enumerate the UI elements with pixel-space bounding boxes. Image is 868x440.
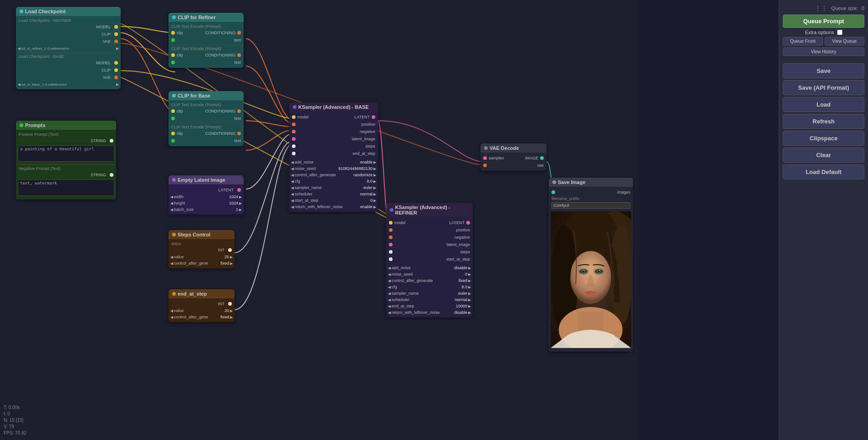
height-right[interactable]: ▶	[239, 201, 242, 205]
width-left[interactable]: ◀	[170, 195, 173, 199]
steps-ctrl-left[interactable]: ◀	[170, 261, 173, 266]
save-api-button[interactable]: Save (API Format)	[783, 80, 864, 95]
model-label2: MODEL	[19, 61, 112, 65]
endstep-val: 20	[189, 308, 229, 313]
model-port-out2	[114, 61, 118, 65]
clear-button[interactable]: Clear	[783, 148, 864, 163]
queue-front-button[interactable]: Queue Front	[783, 37, 823, 46]
latent-port-out	[237, 188, 241, 192]
kref-cfg-lbl: cfg	[392, 285, 460, 289]
conditioning-out2: CONDITIONING	[205, 53, 236, 57]
height-left[interactable]: ◀	[170, 201, 173, 205]
negative-text-input[interactable]: text, watermark	[18, 179, 114, 196]
node-latent-image[interactable]: Empty Latent Image LATENT ◀ width 1024 ▶…	[168, 175, 244, 215]
kbase-return-lbl: return_with_leftover_noise	[295, 205, 359, 209]
kref-model-in	[389, 221, 393, 225]
queue-prompt-button[interactable]: Queue Prompt	[783, 15, 864, 28]
clipspace-button[interactable]: Clipspace	[783, 131, 864, 146]
text-in2	[171, 61, 175, 64]
endstep-ctrl-right[interactable]: ▶	[230, 315, 233, 319]
vae-image-out	[540, 156, 544, 160]
endstep-ctrl-val: fixed	[220, 315, 229, 319]
extra-options-checkbox[interactable]	[837, 30, 842, 35]
save-image-title: Save Image	[558, 179, 586, 185]
steps-val-right[interactable]: ▶	[230, 255, 233, 259]
kref-start-in	[389, 257, 393, 261]
kbase-addnoise-val: enable	[360, 160, 373, 164]
vae-label: VAE	[19, 39, 112, 44]
endstep-ctrl-left[interactable]: ◀	[170, 315, 173, 319]
clip-base-in2	[171, 132, 175, 135]
positive-text-input[interactable]: a painting of a beautiful girl	[18, 145, 114, 162]
width-label: width	[174, 194, 190, 199]
batch-label: batch_size	[174, 207, 190, 212]
load-button[interactable]: Load	[783, 97, 864, 112]
kbase-pos-in	[292, 123, 296, 126]
kbase-seed-val: 910824496882130	[338, 166, 373, 171]
view-history-button[interactable]: View History	[783, 47, 864, 56]
node-vae-decode[interactable]: VAE Decode samples IMAGE vae	[480, 143, 546, 171]
clip-base-text1: clip	[177, 109, 205, 113]
vae-samples-lbl: samples	[489, 156, 525, 160]
batch-left[interactable]: ◀	[170, 208, 173, 212]
kref-cfg-val: 8.0	[461, 285, 467, 289]
kref-addnoise-val: disable	[454, 266, 467, 270]
text-base-in1	[171, 117, 175, 120]
save-button[interactable]: Save	[783, 63, 864, 78]
width-value: 1024	[191, 194, 238, 199]
int-label: INT	[171, 248, 226, 252]
steps-ctrl-right[interactable]: ▶	[230, 261, 233, 266]
base-label: Load Checkpoint - BASE	[16, 54, 121, 59]
clip-encode1: CLIP Text Encode (Prompt)	[168, 24, 244, 29]
node-ksampler-base[interactable]: KSampler (Advanced) - BASE model LATENT …	[289, 102, 378, 212]
kref-latent-image-lbl: latent_image	[446, 242, 470, 247]
text-in1	[171, 38, 175, 42]
node-load-checkpoint[interactable]: Load Checkpoint Load Checkpoint - REFINE…	[16, 7, 121, 89]
clip-label2: CLIP	[19, 68, 112, 72]
negative-label: Negative Prompt (Text)	[16, 166, 116, 171]
filename-prefix-lbl: filename_prefix	[549, 196, 633, 201]
kbase-model-lbl: model	[297, 115, 354, 119]
canvas-area[interactable]: Load Checkpoint Load Checkpoint - REFINE…	[0, 0, 638, 440]
vae-image-out-lbl: IMAGE	[525, 156, 538, 160]
queue-size-label: Queue size:	[831, 5, 858, 11]
clip-in1	[171, 31, 175, 35]
node-clip-refiner[interactable]: CLIP for Refiner CLIP Text Encode (Promp…	[168, 13, 244, 68]
conditioning-port1	[237, 31, 241, 35]
steps-val-left[interactable]: ◀	[170, 255, 173, 259]
node-steps-control[interactable]: Steps Control steps INT ◀ value 25 ▶ ◀ c…	[168, 230, 235, 268]
node-prompts[interactable]: Prompts Positive Prompt (Text) STRING a …	[16, 121, 116, 200]
string-label2: STRING	[19, 173, 108, 177]
node-clip-base[interactable]: CLIP for Base CLIP Text Encode (Prompt) …	[168, 91, 244, 146]
clip-base-title: CLIP for Base	[178, 93, 210, 98]
filename-input[interactable]	[551, 202, 630, 209]
kbase-ctrl-val: randomize	[353, 173, 373, 177]
endstep-int-label: INT	[171, 302, 226, 306]
steps-ctrl-label: control_after_gene	[174, 261, 220, 266]
refresh-button[interactable]: Refresh	[783, 114, 864, 129]
kbase-latent-out	[372, 115, 375, 119]
node-save-image[interactable]: Save Image images filename_prefix	[549, 178, 633, 352]
kref-sampler-val: euler	[458, 291, 467, 296]
kref-latent-out	[466, 221, 470, 225]
endstep-val-right[interactable]: ▶	[230, 309, 233, 313]
kref-start-lbl: start_at_step	[446, 257, 470, 261]
width-right[interactable]: ▶	[239, 195, 242, 199]
svg-point-17	[599, 270, 600, 271]
kbase-sampler-val: euler	[363, 185, 373, 190]
checkpoint-title: Load Checkpoint	[25, 9, 66, 14]
endstep-val-left[interactable]: ◀	[170, 309, 173, 313]
kref-steps-in	[389, 250, 393, 254]
ckpt-right-btn2[interactable]: ▶	[116, 82, 119, 87]
node-ksampler-refiner[interactable]: KSampler (Advanced) - REFINER model LATE…	[386, 203, 473, 317]
view-queue-button[interactable]: View Queue	[825, 37, 865, 46]
status-fps: FPS: 70.92	[4, 430, 26, 436]
node-end-step[interactable]: end_at_step INT ◀ value 20 ▶ ◀ control_a…	[168, 289, 235, 322]
ckpt-right-btn1[interactable]: ▶	[116, 46, 119, 51]
load-default-button[interactable]: Load Default	[783, 164, 864, 179]
batch-right[interactable]: ▶	[239, 208, 242, 212]
queue-size-value: 0	[862, 5, 864, 11]
steps-ctrl-val: fixed	[220, 261, 229, 266]
ksampler-refiner-title: KSampler (Advanced) - REFINER	[395, 205, 469, 215]
prompts-title: Prompts	[25, 123, 46, 128]
